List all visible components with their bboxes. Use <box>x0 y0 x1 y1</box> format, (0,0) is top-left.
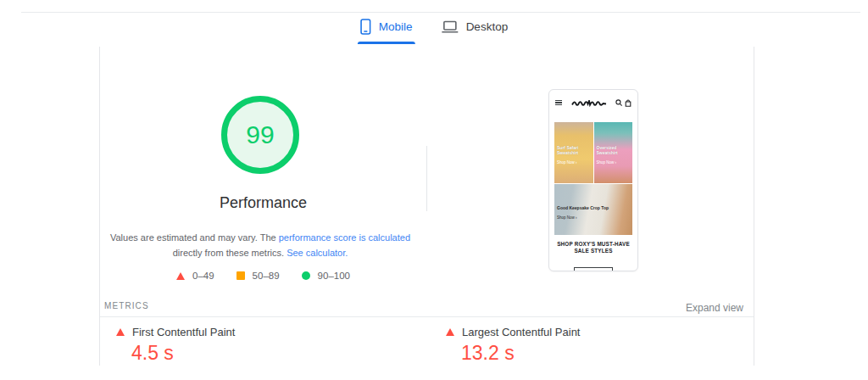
legend-item-fail: 0–49 <box>176 271 214 281</box>
header-divider <box>21 12 860 13</box>
score-legend: 0–49 50–89 90–100 <box>100 271 426 281</box>
tab-mobile-label: Mobile <box>379 20 413 33</box>
performance-title: Performance <box>100 194 426 212</box>
metric-name: First Contentful Paint <box>132 326 235 338</box>
hamburger-menu-icon <box>555 100 562 106</box>
desktop-laptop-icon <box>442 20 459 34</box>
score-disclaimer: Values are estimated and may vary. The p… <box>103 230 418 260</box>
pagespeed-report: Mobile Desktop 99 Performance Values are… <box>0 0 868 380</box>
legend-item-pass: 90–100 <box>302 271 350 281</box>
legend-average-range: 50–89 <box>253 271 280 281</box>
header-actions <box>615 99 632 107</box>
tab-desktop-label: Desktop <box>466 20 509 33</box>
report-card: 99 Performance Values are estimated and … <box>99 47 754 366</box>
performance-score: 99 <box>246 120 274 149</box>
page-screenshot-thumbnail: Surf Safari Sweatshirt Shop Now › Oversi… <box>548 89 638 271</box>
disclaimer-text-1: Values are estimated and may vary. The <box>110 232 279 243</box>
search-icon <box>615 99 622 106</box>
average-square-icon <box>236 271 245 280</box>
thumbnail-caption: SHOP ROXY'S MUST-HAVE SALE STYLES <box>556 241 631 254</box>
performance-score-gauge: 99 <box>221 96 299 174</box>
product-card-pink-sweatshirt: Oversized Sweatshirt Shop Now › <box>594 122 633 183</box>
tab-desktop[interactable]: Desktop <box>439 16 511 44</box>
legend-fail-range: 0–49 <box>192 271 214 281</box>
metric-value: 13.2 s <box>461 342 580 365</box>
metrics-divider <box>100 316 754 317</box>
fail-triangle-icon <box>116 328 125 336</box>
disclaimer-text-2: directly from these metrics. <box>173 248 287 258</box>
product-grid: Surf Safari Sweatshirt Shop Now › Oversi… <box>554 122 632 183</box>
pass-circle-icon <box>302 271 310 280</box>
metric-largest-contentful-paint: Largest Contentful Paint 13.2 s <box>446 326 580 365</box>
product-name: Good Keepsake Crop Top <box>557 205 625 210</box>
shop-now-link: Shop Now › <box>557 215 577 220</box>
tab-mobile[interactable]: Mobile <box>358 16 415 44</box>
fail-triangle-icon <box>176 272 185 280</box>
expand-view-button[interactable]: Expand view <box>686 302 743 314</box>
fail-triangle-icon <box>446 328 454 336</box>
product-card-yellow-sweatshirt: Surf Safari Sweatshirt Shop Now › <box>554 122 593 183</box>
metric-value: 4.5 s <box>131 342 235 365</box>
thumbnail-button-outline <box>574 267 613 271</box>
metric-name: Largest Contentful Paint <box>462 326 580 338</box>
shop-now-link: Shop Now › <box>597 160 617 165</box>
mobile-phone-icon <box>360 19 371 35</box>
see-calculator-link[interactable]: See calculator. <box>287 248 348 258</box>
device-tabs: Mobile Desktop <box>358 16 510 44</box>
product-name: Surf Safari Sweatshirt <box>557 145 589 155</box>
site-logo-wordmark <box>571 95 607 110</box>
shopping-bag-icon <box>625 99 632 107</box>
column-divider <box>426 146 427 211</box>
metric-first-contentful-paint: First Contentful Paint 4.5 s <box>116 326 235 365</box>
product-card-crop-top: Good Keepsake Crop Top Shop Now › <box>554 184 632 235</box>
legend-item-average: 50–89 <box>236 271 280 281</box>
legend-pass-range: 90–100 <box>318 271 350 281</box>
thumbnail-site-header <box>555 98 632 108</box>
metrics-section-title: METRICS <box>104 301 149 310</box>
shop-now-link: Shop Now › <box>557 160 577 165</box>
score-calculation-link[interactable]: performance score is calculated <box>279 232 410 243</box>
product-name: Oversized Sweatshirt <box>597 145 629 155</box>
